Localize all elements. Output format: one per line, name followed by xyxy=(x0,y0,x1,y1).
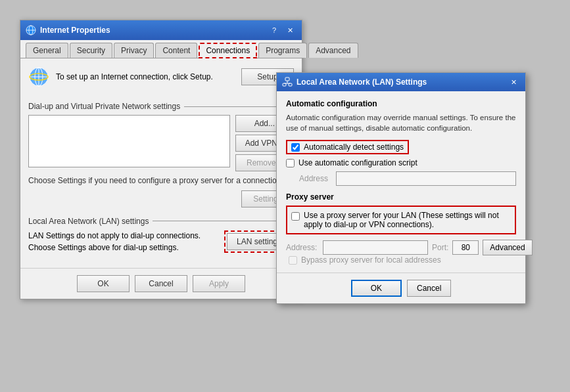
ok-button[interactable]: OK xyxy=(77,275,130,292)
use-proxy-checkbox[interactable] xyxy=(291,212,300,221)
tab-advanced[interactable]: Advanced xyxy=(308,43,358,58)
dialog-footer: OK Cancel xyxy=(277,272,525,303)
ie-icon xyxy=(26,25,36,35)
bypass-row: Bypass proxy server for local addresses xyxy=(286,255,516,265)
dialup-list-wrap xyxy=(28,115,230,171)
dialup-section-label: Dial-up and Virtual Private Network sett… xyxy=(28,102,294,111)
lan-settings-dialog: Local Area Network (LAN) Settings ✕ Auto… xyxy=(276,72,526,304)
proxy-address-row: Address: Port: 80 Advanced xyxy=(286,240,516,255)
svg-rect-11 xyxy=(283,83,286,86)
window-controls: ? ✕ xyxy=(268,24,297,36)
proxy-text: Choose Settings if you need to configure… xyxy=(28,175,294,186)
cancel-button[interactable]: Cancel xyxy=(135,275,187,292)
detect-settings-row: Automatically detect settings xyxy=(286,140,409,154)
detect-settings-label: Automatically detect settings xyxy=(304,142,404,152)
bypass-checkbox[interactable] xyxy=(289,256,297,265)
proxy-address-label: Address: xyxy=(286,243,319,252)
dialog-ok-button[interactable]: OK xyxy=(351,280,402,297)
dialog-titlebar-left: Local Area Network (LAN) Settings xyxy=(282,77,427,87)
lan-section: Local Area Network (LAN) settings LAN Se… xyxy=(28,217,294,253)
address-input[interactable] xyxy=(336,171,516,186)
network-icon xyxy=(282,77,293,87)
dialog-titlebar: Local Area Network (LAN) Settings ✕ xyxy=(277,73,525,91)
address-row: Address xyxy=(286,171,516,186)
titlebar-left: Internet Properties xyxy=(26,25,110,35)
advanced-button[interactable]: Advanced xyxy=(483,240,532,255)
config-script-checkbox[interactable] xyxy=(286,159,295,167)
dialup-section: Dial-up and Virtual Private Network sett… xyxy=(28,102,294,207)
setup-text: To set up an Internet connection, click … xyxy=(56,72,235,83)
use-proxy-row: Use a proxy server for your LAN (These s… xyxy=(291,211,511,229)
use-proxy-label: Use a proxy server for your LAN (These s… xyxy=(304,211,511,229)
close-button[interactable]: ✕ xyxy=(283,24,297,36)
tab-privacy[interactable]: Privacy xyxy=(114,43,154,58)
apply-button[interactable]: Apply xyxy=(193,275,245,292)
proxy-server-heading: Proxy server xyxy=(286,192,516,202)
port-input[interactable]: 80 xyxy=(452,240,479,255)
svg-rect-10 xyxy=(285,77,289,81)
tab-connections[interactable]: Connections xyxy=(199,43,257,58)
config-script-label: Use automatic configuration script xyxy=(298,158,417,167)
tab-security[interactable]: Security xyxy=(70,43,112,58)
tab-bar: General Security Privacy Content Connect… xyxy=(20,40,302,58)
tab-programs[interactable]: Programs xyxy=(258,43,307,58)
address-label: Address xyxy=(299,174,332,183)
detect-settings-checkbox[interactable] xyxy=(291,143,300,152)
dialog-title: Local Area Network (LAN) Settings xyxy=(297,77,427,87)
internet-properties-window: Internet Properties ? ✕ General Security… xyxy=(20,20,302,299)
window-titlebar: Internet Properties ? ✕ xyxy=(20,20,302,40)
window-footer: OK Cancel Apply xyxy=(20,268,302,299)
help-button[interactable]: ? xyxy=(268,24,281,36)
auto-config-description: Automatic configuration may override man… xyxy=(286,112,516,133)
lan-text: LAN Settings do not apply to dial-up con… xyxy=(28,230,218,253)
tab-general[interactable]: General xyxy=(26,43,68,58)
settings-row: Settings xyxy=(28,190,294,207)
dialog-content: Automatic configuration Automatic config… xyxy=(277,91,525,272)
globe-icon xyxy=(28,66,49,87)
tab-content[interactable]: Content xyxy=(155,43,197,58)
lan-section-label: Local Area Network (LAN) settings xyxy=(28,217,294,226)
proxy-box: Use a proxy server for your LAN (These s… xyxy=(286,206,516,234)
bypass-label: Bypass proxy server for local addresses xyxy=(301,255,441,265)
svg-rect-12 xyxy=(289,83,292,86)
auto-config-heading: Automatic configuration xyxy=(286,99,516,108)
window-content: To set up an Internet connection, click … xyxy=(20,58,302,261)
dialup-row: Add... Add VPN... Remove... xyxy=(28,115,294,171)
dialog-close-button[interactable]: ✕ xyxy=(507,76,520,88)
dialog-cancel-button[interactable]: Cancel xyxy=(407,280,451,297)
setup-section: To set up an Internet connection, click … xyxy=(28,66,294,93)
lan-content: LAN Settings do not apply to dial-up con… xyxy=(28,230,294,253)
port-label: Port: xyxy=(432,243,448,252)
dialup-list[interactable] xyxy=(28,115,230,167)
proxy-address-input[interactable] xyxy=(323,240,428,255)
window-title: Internet Properties xyxy=(40,26,110,35)
proxy-section: Proxy server Use a proxy server for your… xyxy=(286,192,516,265)
config-script-row: Use automatic configuration script xyxy=(286,158,516,167)
